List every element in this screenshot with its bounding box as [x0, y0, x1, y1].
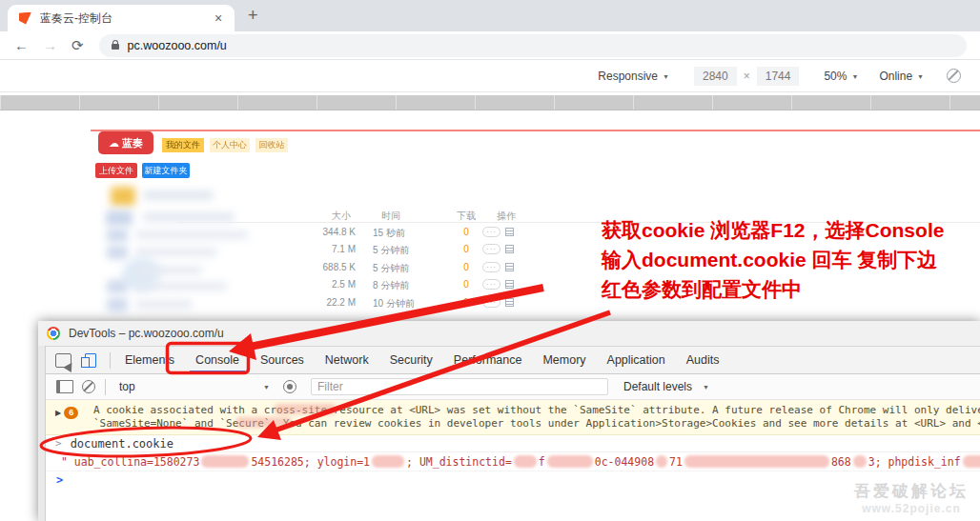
upload-file-button[interactable]: 上传文件 — [95, 163, 137, 178]
viewport-size: 2840 × 1744 — [690, 67, 803, 86]
warning-text-line2: `SameSite=None` and `Secure`. You can re… — [93, 417, 980, 431]
divider — [110, 352, 111, 369]
device-toolbar: Responsive ▼ 2840 × 1744 50% ▼ Online ▼ — [0, 60, 980, 92]
chevron-down-icon: ▼ — [851, 73, 858, 80]
prompt-chevron-icon: > — [56, 473, 63, 487]
device-mode-select[interactable]: Responsive ▼ — [598, 70, 669, 83]
more-actions-button[interactable]: ··· — [482, 227, 500, 237]
tab-memory[interactable]: Memory — [532, 347, 596, 373]
zoom-select[interactable]: 50% ▼ — [824, 70, 858, 83]
command-chevron-icon: > — [55, 437, 62, 450]
console-warning-group: ▶ 6 A cookie associated with a cross-sit… — [46, 400, 980, 435]
blurred-file-name — [143, 190, 214, 200]
censored-blur — [514, 455, 537, 468]
show-sidebar-icon[interactable] — [56, 380, 73, 393]
site-tab-recycle[interactable]: 回收站 — [255, 138, 288, 152]
tab-audits[interactable]: Audits — [676, 347, 730, 373]
browser-tab-strip: 蓝奏云-控制台 × + — [0, 0, 980, 31]
col-header-time: 时间 — [372, 210, 410, 223]
site-tab-my-files[interactable]: 我的文件 — [162, 138, 204, 152]
tab-sources[interactable]: Sources — [250, 347, 315, 373]
tab-security[interactable]: Security — [379, 347, 443, 373]
new-tab-button[interactable]: + — [248, 6, 258, 26]
console-toolbar: top ▼ Default levels ▼ — [46, 374, 980, 400]
warning-expand-badge[interactable]: ▶ 6 — [55, 407, 78, 419]
reload-icon[interactable]: ⟳ — [71, 37, 84, 54]
tab-title: 蓝奏云-控制台 — [40, 10, 210, 27]
execution-context-select[interactable]: top ▼ — [119, 380, 270, 393]
chevron-down-icon: ▼ — [917, 73, 924, 80]
cloud-icon: ☁ — [109, 137, 119, 150]
annotation-text: 获取cookie 浏览器F12，选择Console 输入document.coo… — [602, 215, 944, 304]
warning-text-line1: A cookie associated with a cross-site re… — [93, 404, 980, 417]
col-header-actions: 操作 — [488, 210, 524, 223]
url-text: pc.woozooo.com/u — [128, 39, 227, 52]
new-folder-button[interactable]: 新建文件夹 — [142, 163, 190, 178]
tab-network[interactable]: Network — [315, 347, 379, 373]
clear-console-icon[interactable] — [82, 380, 95, 393]
devtools-window: DevTools – pc.woozooo.com/u Elements Con… — [38, 321, 980, 521]
censored-blur — [372, 455, 404, 468]
censored-blur — [201, 455, 249, 468]
divider — [105, 379, 106, 395]
censored-blur — [684, 455, 829, 468]
more-actions-button[interactable]: ··· — [482, 279, 500, 290]
screenshot-root: 蓝奏云-控制台 × + ← → ⟳ pc.woozooo.com/u Respo… — [0, 0, 980, 521]
site-favicon-icon — [19, 12, 31, 25]
viewport-height-field[interactable]: 1744 — [757, 67, 800, 86]
detail-icon[interactable] — [505, 280, 514, 289]
more-actions-button[interactable]: ··· — [482, 262, 500, 272]
blurred-file-name — [143, 212, 235, 222]
log-levels-select[interactable]: Default levels ▼ — [623, 380, 709, 393]
censored-blur — [236, 417, 292, 428]
site-logo[interactable]: ☁ 蓝奏 — [98, 131, 153, 154]
censored-blur — [547, 455, 593, 468]
tab-elements[interactable]: Elements — [114, 347, 185, 373]
censored-blur — [963, 455, 980, 468]
detail-icon[interactable] — [505, 228, 514, 236]
tab-application[interactable]: Application — [597, 347, 676, 373]
tab-performance[interactable]: Performance — [443, 347, 533, 373]
chevron-down-icon: ▼ — [263, 384, 270, 391]
expand-triangle-icon: ▶ — [55, 409, 61, 417]
rotate-viewport-icon[interactable] — [947, 69, 961, 83]
col-header-size: 大小 — [322, 210, 360, 223]
warning-count-badge: 6 — [64, 407, 78, 419]
devtools-window-title: DevTools – pc.woozooo.com/u — [69, 327, 224, 340]
detail-icon[interactable] — [505, 245, 514, 253]
browser-tab[interactable]: 蓝奏云-控制台 × — [8, 5, 235, 31]
more-actions-button[interactable]: ··· — [482, 244, 500, 254]
censored-blur — [275, 404, 336, 414]
back-icon[interactable]: ← — [14, 37, 29, 53]
censored-blur — [656, 455, 667, 468]
console-output-row: " uab_collina=158027354516285; ylogin=1;… — [46, 452, 980, 471]
devtools-titlebar[interactable]: DevTools – pc.woozooo.com/u — [38, 321, 980, 347]
lock-icon — [112, 44, 119, 50]
device-ruler — [0, 95, 980, 110]
site-tab-profile[interactable]: 个人中心 — [210, 138, 250, 152]
chevron-down-icon: ▼ — [703, 384, 709, 391]
viewport-width-field[interactable]: 2840 — [694, 67, 737, 86]
blurred-folder-icon — [111, 187, 135, 206]
tab-console[interactable]: Console — [185, 347, 250, 373]
live-expression-icon[interactable] — [283, 380, 296, 393]
address-bar[interactable]: pc.woozooo.com/u — [99, 34, 967, 57]
chevron-down-icon: ▼ — [663, 73, 669, 80]
censored-blur — [853, 455, 867, 468]
col-header-downloads: 下载 — [448, 210, 484, 223]
tab-close-icon[interactable]: × — [210, 10, 227, 26]
command-text: document.cookie — [71, 437, 174, 451]
forward-icon[interactable]: → — [43, 37, 57, 53]
more-actions-button[interactable]: ··· — [482, 297, 500, 308]
detail-icon[interactable] — [505, 298, 514, 307]
browser-toolbar: ← → ⟳ pc.woozooo.com/u — [0, 31, 980, 60]
chrome-logo-icon — [47, 327, 60, 340]
site-top-border — [91, 130, 980, 131]
inspect-element-icon[interactable] — [55, 353, 71, 368]
network-throttle-select[interactable]: Online ▼ — [879, 70, 924, 83]
console-filter-input[interactable] — [311, 378, 608, 395]
device-toolbar-toggle-icon[interactable] — [85, 353, 96, 368]
devtools-tab-bar: Elements Console Sources Network Securit… — [46, 347, 980, 374]
detail-icon[interactable] — [505, 263, 514, 271]
console-prompt[interactable]: > — [46, 471, 980, 489]
